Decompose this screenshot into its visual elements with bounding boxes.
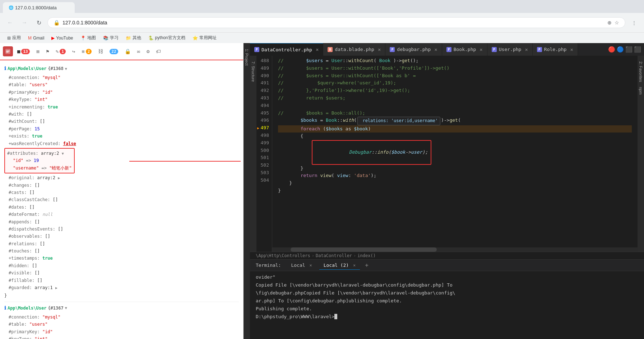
extensions-icon[interactable]: ⋮	[628, 17, 640, 28]
npm-label[interactable]: npm	[638, 85, 644, 97]
breadcrumb-bar: \App\Http\Controllers › DataController ›…	[250, 252, 644, 259]
debugbar-info-box: Debugbar::info($book->user);	[312, 140, 431, 164]
debug-prop-changes: #changes: []	[4, 182, 239, 189]
debug-views-tab[interactable]: 22	[107, 47, 120, 56]
debug-prop-table: #table: "users"	[4, 81, 239, 88]
h-scrollbar-thumb[interactable]	[291, 247, 437, 252]
bookmark-maps[interactable]: 📍 地图	[78, 33, 99, 42]
close-tab-datacontroller[interactable]: ×	[316, 47, 319, 52]
debug-auth-tab[interactable]: 🔒	[122, 47, 133, 56]
debug-prop-primarykey: #primaryKey: "id"	[4, 89, 239, 96]
structure-label[interactable]: 7: Structure	[250, 59, 256, 84]
fold-arrow-1[interactable]: ▼	[65, 66, 67, 72]
line-num-490: 490	[256, 72, 272, 80]
bookmark-study[interactable]: 📚 学习	[100, 33, 121, 42]
python-icon: 🐍	[148, 36, 154, 41]
bookmark-gmail[interactable]: M Gmail	[25, 34, 47, 42]
code-line-496: $books = Book::with( relations: 'user:id…	[278, 117, 632, 125]
debug-queries-tab[interactable]: ≡ 2	[79, 47, 94, 56]
debug-models-tab[interactable]: ⛓	[96, 47, 105, 56]
close-tab-role[interactable]: ×	[570, 47, 573, 52]
debug-redirect-tab[interactable]: ↪	[70, 47, 77, 56]
close-local2-tab[interactable]: ×	[353, 263, 356, 268]
debug-entry-1: ℹ App\Models\User {#1368 ▼ #connection: …	[4, 65, 239, 299]
study-icon: 📚	[103, 36, 108, 41]
line-num-494: 494	[256, 102, 272, 110]
debug-log-tab[interactable]: ≡	[34, 47, 42, 56]
close-tab-debugbar[interactable]: ×	[434, 47, 437, 52]
guarded-fold[interactable]: ▶	[55, 286, 57, 290]
debug-settings-tab[interactable]: ⚙	[144, 47, 152, 56]
horizontal-scrollbar[interactable]	[272, 247, 638, 252]
favicon-1: 🔴	[608, 46, 615, 53]
tab-book[interactable]: P Book.php ×	[442, 43, 487, 56]
favorites-label[interactable]: 2: Favorites	[638, 59, 644, 84]
tab-label-book: Book.php	[454, 47, 476, 52]
close-tab-book[interactable]: ×	[479, 47, 482, 52]
debug-id-2: {#1367	[48, 305, 63, 312]
tab-user[interactable]: P User.php ×	[487, 43, 533, 56]
bookmark-youtube[interactable]: ▶ YouTube	[48, 34, 76, 42]
line-num-502: 502	[256, 162, 272, 169]
log-icon: ≡	[36, 48, 40, 55]
tab-favicon: 🌐	[9, 5, 14, 10]
toolbar-icons: ⋮	[628, 17, 640, 28]
maps-icon: 📍	[80, 36, 86, 41]
debug-prop-wasrecently: +wasRecentlyCreated: false	[4, 140, 239, 147]
term-line-2: Copied File [\vendor\barryvdh\laravel-de…	[256, 281, 638, 289]
tab-label-datablade: data.blade.php	[335, 47, 374, 52]
debug-timeline-tab[interactable]: ⚑	[44, 47, 51, 56]
tab-role[interactable]: P Role.php ×	[533, 43, 578, 56]
youtube-icon: ▶	[51, 36, 55, 41]
debug-prop-keytype: #keyType: "int"	[4, 96, 239, 103]
close-tab-datablade[interactable]: ×	[378, 47, 381, 52]
debug-class-name-1: App\Models\User	[8, 65, 46, 72]
project-label[interactable]: 1: Project	[244, 47, 250, 68]
line-num-499: 499	[256, 139, 272, 147]
debug-divider-1	[4, 302, 239, 302]
add-terminal-button[interactable]: +	[363, 262, 371, 269]
line-numbers: 488 489 490 491 492 493 494 495 496 497 …	[256, 56, 272, 252]
attr-fold-arrow[interactable]: ▼	[62, 152, 64, 155]
terminal-tab-local2[interactable]: Local (2) ×	[319, 261, 360, 270]
tab-debugbar[interactable]: P debugbar.php ×	[385, 43, 442, 56]
bookmark-common[interactable]: ⭐ 常用网址	[190, 33, 219, 42]
tab-datablade[interactable]: B data.blade.php ×	[323, 43, 385, 56]
debug-attributes-box: #attributes: array:2 ▼ "id" => 19 "usern…	[4, 148, 75, 173]
debug-prop-timestamps: +timestamps: true	[4, 255, 239, 262]
debug-id-1: {#1368	[48, 65, 63, 72]
forward-button[interactable]: →	[19, 17, 30, 28]
bookmark-python[interactable]: 🐍 python官方文档	[145, 33, 188, 42]
apps-icon: ⊞	[7, 36, 11, 41]
tab-label-role: Role.php	[544, 47, 567, 52]
reload-button[interactable]: ↻	[33, 17, 45, 28]
fold-arrow-2[interactable]: ▼	[65, 305, 67, 311]
address-bar[interactable]: 🔒 127.0.0.1:8000/data ⊕ ☆	[47, 17, 625, 28]
bookmark-apps[interactable]: ⊞ 应用	[4, 33, 24, 42]
line-num-500: 500	[256, 147, 272, 154]
debug-tags-tab[interactable]: 🏷	[154, 47, 163, 56]
original-fold[interactable]: ▶	[58, 176, 60, 180]
gmail-icon: M	[28, 36, 32, 41]
code-line-501: return view( view: 'data');	[278, 172, 632, 180]
bookmark-other[interactable]: 📁 其他	[123, 33, 144, 42]
back-button[interactable]: ←	[4, 17, 16, 28]
debug-prop-with: #with: []	[4, 111, 239, 118]
debug-entry-2: ℹ App\Models\User {#1367 ▼ #connection: …	[4, 304, 239, 339]
term-line-4: ar.php] To [\config\debugbar.php]ublishi…	[256, 297, 638, 305]
browser-tab-active[interactable]: 🌐 127.0.0.1:8000/data	[3, 2, 75, 13]
term-line-1: ovider"	[256, 273, 638, 281]
terminal-tab-local[interactable]: Local ×	[287, 261, 316, 270]
debug-mail-tab[interactable]: ✉	[135, 47, 142, 56]
close-local-tab[interactable]: ×	[309, 263, 312, 268]
close-tab-user[interactable]: ×	[525, 47, 528, 52]
line-num-495: 495	[256, 110, 272, 117]
code-line-495: // $books = Book::all();	[278, 110, 632, 117]
browser-favicons: 🔴 🔵 ⬛ ⬛	[608, 46, 644, 53]
tab-datacontroller[interactable]: P DataController.php ×	[250, 43, 323, 56]
debug-exceptions-tab[interactable]: ✎ 1	[54, 47, 68, 56]
code-line-491: // $query->where('user_id',19);	[278, 79, 632, 87]
debug-prop2-table: #table: "users"	[4, 321, 239, 328]
line-num-493: 493	[256, 94, 272, 102]
debug-messages-tab[interactable]: ■ 13	[15, 47, 32, 56]
